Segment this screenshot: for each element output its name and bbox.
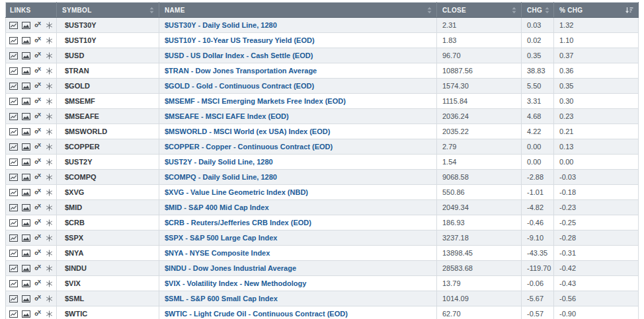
point-and-figure-icon[interactable]: oX (34, 131, 42, 132)
point-and-figure-icon[interactable]: oX (34, 238, 42, 238)
gallery-chart-icon[interactable] (22, 219, 30, 227)
sharpchart-icon[interactable] (9, 128, 18, 135)
gallery-chart-icon[interactable] (22, 37, 30, 44)
column-header-chg[interactable]: CHG (522, 3, 554, 18)
point-and-figure-icon[interactable]: oX (34, 40, 42, 41)
chart-name-link[interactable]: $INDU - Dow Jones Industrial Average (165, 264, 296, 272)
gallery-chart-icon[interactable] (22, 204, 30, 211)
seasonality-icon[interactable] (46, 234, 53, 242)
sharpchart-icon[interactable] (9, 159, 18, 166)
seasonality-icon[interactable] (46, 113, 53, 120)
gallery-chart-icon[interactable] (22, 280, 30, 287)
gallery-chart-icon[interactable] (22, 295, 30, 302)
seasonality-icon[interactable] (46, 174, 53, 181)
chart-name-link[interactable]: $SPX - S&P 500 Large Cap Index (165, 234, 277, 242)
sharpchart-icon[interactable] (9, 250, 18, 257)
sharpchart-icon[interactable] (9, 174, 18, 181)
seasonality-icon[interactable] (46, 52, 53, 59)
chart-name-link[interactable]: $WTIC - Light Crude Oil - Continuous Con… (165, 310, 348, 318)
point-and-figure-icon[interactable]: oX (34, 177, 42, 178)
column-header-name[interactable]: NAME (159, 3, 437, 18)
point-and-figure-icon[interactable]: oX (34, 207, 42, 208)
sharpchart-icon[interactable] (9, 83, 18, 90)
seasonality-icon[interactable] (46, 295, 53, 302)
point-and-figure-icon[interactable]: oX (34, 162, 42, 162)
point-and-figure-icon[interactable]: oX (34, 116, 42, 117)
sharpchart-icon[interactable] (9, 113, 18, 120)
gallery-chart-icon[interactable] (22, 113, 30, 120)
gallery-chart-icon[interactable] (22, 250, 30, 257)
gallery-chart-icon[interactable] (22, 52, 30, 59)
seasonality-icon[interactable] (46, 219, 53, 227)
gallery-chart-icon[interactable] (22, 310, 30, 318)
sharpchart-icon[interactable] (9, 310, 18, 318)
seasonality-icon[interactable] (46, 143, 53, 151)
chart-name-link[interactable]: $SML - S&P 600 Small Cap Index (165, 295, 278, 302)
chart-name-link[interactable]: $MSEAFE - MSCI EAFE Index (EOD) (165, 112, 289, 120)
point-and-figure-icon[interactable]: oX (34, 253, 42, 254)
seasonality-icon[interactable] (46, 204, 53, 211)
chart-name-link[interactable]: $XVG - Value Line Geometric Index (NBD) (165, 188, 308, 196)
sharpchart-icon[interactable] (9, 204, 18, 211)
seasonality-icon[interactable] (46, 98, 53, 105)
gallery-chart-icon[interactable] (22, 143, 30, 151)
seasonality-icon[interactable] (46, 250, 53, 257)
chart-name-link[interactable]: $VIX - Volatility Index - New Methodolog… (165, 279, 306, 287)
gallery-chart-icon[interactable] (22, 189, 30, 196)
sharpchart-icon[interactable] (9, 234, 18, 242)
chart-name-link[interactable]: $USD - US Dollar Index - Cash Settle (EO… (165, 52, 313, 59)
sharpchart-icon[interactable] (9, 143, 18, 151)
sharpchart-icon[interactable] (9, 37, 18, 44)
chart-name-link[interactable]: $UST30Y - Daily Solid Line, 1280 (165, 21, 277, 29)
seasonality-icon[interactable] (46, 280, 53, 287)
point-and-figure-icon[interactable]: oX (34, 25, 42, 26)
sort-toggle-icon[interactable] (149, 7, 154, 14)
column-header-symbol[interactable]: SYMBOL (57, 3, 159, 18)
gallery-chart-icon[interactable] (22, 83, 30, 90)
sort-toggle-icon[interactable] (545, 7, 549, 14)
seasonality-icon[interactable] (46, 67, 53, 75)
point-and-figure-icon[interactable]: oX (34, 192, 42, 193)
sharpchart-icon[interactable] (9, 219, 18, 227)
gallery-chart-icon[interactable] (22, 265, 30, 272)
point-and-figure-icon[interactable]: oX (34, 283, 42, 284)
sharpchart-icon[interactable] (9, 280, 18, 287)
sharpchart-icon[interactable] (9, 98, 18, 105)
sharpchart-icon[interactable] (9, 189, 18, 196)
gallery-chart-icon[interactable] (22, 128, 30, 135)
sharpchart-icon[interactable] (9, 52, 18, 59)
column-header-close[interactable]: CLOSE (437, 3, 522, 18)
point-and-figure-icon[interactable]: oX (34, 223, 42, 223)
sort-toggle-icon[interactable] (427, 7, 432, 14)
sharpchart-icon[interactable] (9, 295, 18, 302)
chart-name-link[interactable]: $TRAN - Dow Jones Transportation Average (165, 67, 317, 75)
gallery-chart-icon[interactable] (22, 174, 30, 181)
point-and-figure-icon[interactable]: oX (34, 55, 42, 56)
point-and-figure-icon[interactable]: oX (34, 268, 42, 269)
sharpchart-icon[interactable] (9, 265, 18, 272)
gallery-chart-icon[interactable] (22, 22, 30, 29)
chart-name-link[interactable]: $MID - S&P 400 Mid Cap Index (165, 203, 269, 211)
gallery-chart-icon[interactable] (22, 234, 30, 242)
point-and-figure-icon[interactable]: oX (34, 101, 42, 102)
chart-name-link[interactable]: $COPPER - Copper - Continuous Contract (… (165, 143, 333, 151)
chart-name-link[interactable]: $NYA - NYSE Composite Index (165, 249, 270, 257)
seasonality-icon[interactable] (46, 189, 53, 196)
seasonality-icon[interactable] (46, 159, 53, 166)
point-and-figure-icon[interactable]: oX (34, 86, 42, 87)
point-and-figure-icon[interactable]: oX (34, 314, 42, 314)
chart-name-link[interactable]: $MSEMF - MSCI Emerging Markets Free Inde… (165, 97, 346, 105)
chart-name-link[interactable]: $UST2Y - Daily Solid Line, 1280 (165, 158, 273, 166)
point-and-figure-icon[interactable]: oX (34, 147, 42, 147)
seasonality-icon[interactable] (46, 310, 53, 318)
seasonality-icon[interactable] (46, 22, 53, 29)
seasonality-icon[interactable] (46, 265, 53, 272)
chart-name-link[interactable]: $UST10Y - 10-Year US Treasury Yield (EOD… (165, 36, 315, 44)
chart-name-link[interactable]: $COMPQ - Daily Solid Line, 1280 (165, 173, 277, 181)
seasonality-icon[interactable] (46, 83, 53, 90)
seasonality-icon[interactable] (46, 37, 53, 44)
sort-toggle-icon[interactable] (512, 7, 516, 14)
sort-descending-icon[interactable] (625, 7, 633, 14)
chart-name-link[interactable]: $GOLD - Gold - Continuous Contract (EOD) (165, 82, 314, 90)
point-and-figure-icon[interactable]: oX (34, 71, 42, 71)
